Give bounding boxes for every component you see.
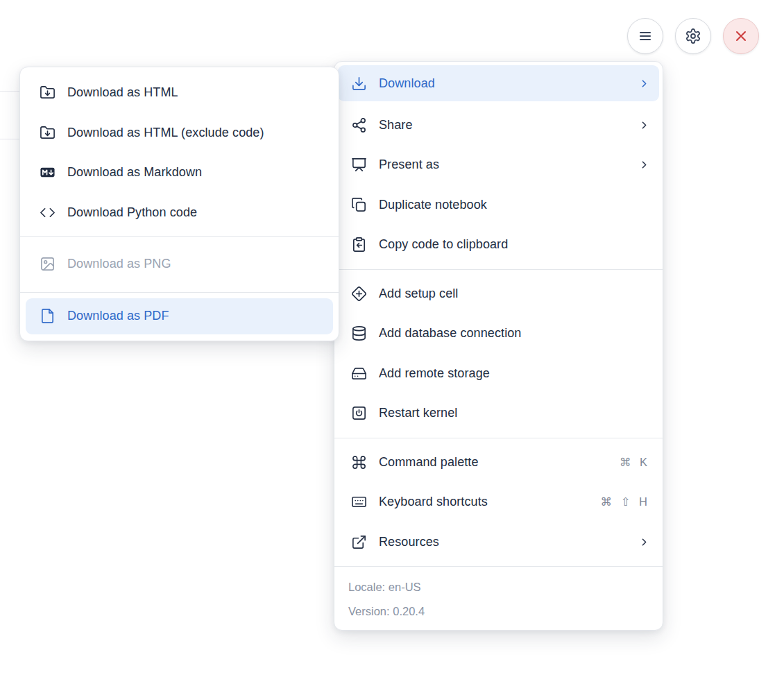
download-submenu: Download as HTML Download as HTML (exclu… [19, 67, 339, 341]
submenu-item-label: Download as HTML [67, 85, 326, 100]
menu-item-add-remote-storage[interactable]: Add remote storage [334, 354, 663, 394]
submenu-item-label: Download Python code [67, 205, 326, 220]
hamburger-icon [637, 28, 654, 44]
menu-item-add-setup-cell[interactable]: Add setup cell [334, 274, 663, 314]
background-rule [0, 139, 21, 139]
chevron-right-icon [638, 119, 650, 131]
menu-footer: Locale: en-US Version: 0.20.4 [334, 566, 663, 631]
image-icon [40, 256, 56, 272]
notebook-toolbar [627, 18, 759, 54]
menu-item-share[interactable]: Share [338, 105, 659, 146]
command-icon [351, 454, 367, 470]
submenu-item-download-html[interactable]: Download as HTML [20, 73, 339, 113]
hard-drive-icon [351, 366, 367, 382]
submenu-item-download-pdf[interactable]: Download as PDF [26, 298, 333, 334]
menu-item-label: Add setup cell [379, 287, 650, 301]
notebook-menu: Download Share Present as [334, 61, 663, 631]
keyboard-shortcut: ⌘ K [620, 456, 650, 469]
clipboard-copy-icon [351, 237, 367, 253]
menu-item-label: Add database connection [379, 326, 650, 341]
chevron-right-icon [638, 159, 650, 171]
download-icon [351, 76, 367, 92]
keyboard-icon [351, 494, 367, 510]
diamond-plus-icon [351, 286, 367, 302]
share-icon [351, 117, 367, 133]
version-label: Version: 0.20.4 [348, 599, 650, 624]
menu-item-label: Download [379, 76, 638, 91]
menu-button[interactable] [627, 18, 663, 54]
submenu-item-label: Download as Markdown [67, 165, 326, 180]
file-icon [40, 308, 56, 324]
presentation-icon [351, 157, 367, 173]
background-rule [0, 91, 21, 92]
gear-icon [685, 28, 701, 44]
copy-icon [351, 197, 367, 213]
chevron-right-icon [638, 78, 650, 89]
menu-item-duplicate-notebook[interactable]: Duplicate notebook [338, 185, 659, 225]
shutdown-button[interactable] [723, 18, 759, 54]
close-icon [733, 28, 749, 44]
markdown-download-icon [40, 164, 56, 180]
menu-item-label: Restart kernel [379, 406, 650, 420]
menu-item-keyboard-shortcuts[interactable]: Keyboard shortcuts ⌘ ⇧ H [334, 482, 663, 522]
submenu-item-label: Download as PDF [67, 309, 321, 323]
menu-item-command-palette[interactable]: Command palette ⌘ K [334, 443, 663, 483]
folder-down-icon [40, 125, 56, 141]
external-link-icon [351, 534, 367, 550]
menu-item-label: Share [379, 118, 638, 132]
locale-label: Locale: en-US [348, 575, 650, 599]
chevron-right-icon [638, 536, 650, 548]
menu-item-label: Keyboard shortcuts [379, 495, 601, 509]
power-icon [351, 405, 367, 421]
submenu-item-download-markdown[interactable]: Download as Markdown [20, 153, 339, 193]
menu-item-label: Command palette [379, 455, 620, 470]
folder-down-icon [40, 85, 56, 101]
menu-item-label: Resources [379, 535, 638, 549]
menu-item-copy-code[interactable]: Copy code to clipboard [338, 225, 659, 265]
menu-item-label: Add remote storage [379, 366, 650, 381]
database-icon [351, 325, 367, 341]
keyboard-shortcut: ⌘ ⇧ H [601, 495, 650, 508]
menu-item-download[interactable]: Download [338, 65, 659, 101]
submenu-item-download-png[interactable]: Download as PNG [20, 244, 339, 284]
menu-item-restart-kernel[interactable]: Restart kernel [334, 393, 663, 434]
menu-item-label: Present as [379, 157, 638, 172]
menu-item-add-database-connection[interactable]: Add database connection [334, 314, 663, 354]
submenu-item-download-python-code[interactable]: Download Python code [20, 193, 339, 233]
code-icon [40, 205, 56, 221]
submenu-item-label: Download as PNG [67, 257, 326, 271]
submenu-item-download-html-exclude-code[interactable]: Download as HTML (exclude code) [20, 113, 339, 153]
menu-item-label: Copy code to clipboard [379, 237, 650, 252]
settings-button[interactable] [675, 18, 711, 54]
submenu-item-label: Download as HTML (exclude code) [67, 126, 326, 140]
menu-item-present-as[interactable]: Present as [338, 145, 659, 185]
menu-item-label: Duplicate notebook [379, 198, 650, 212]
menu-item-resources[interactable]: Resources [334, 522, 663, 563]
